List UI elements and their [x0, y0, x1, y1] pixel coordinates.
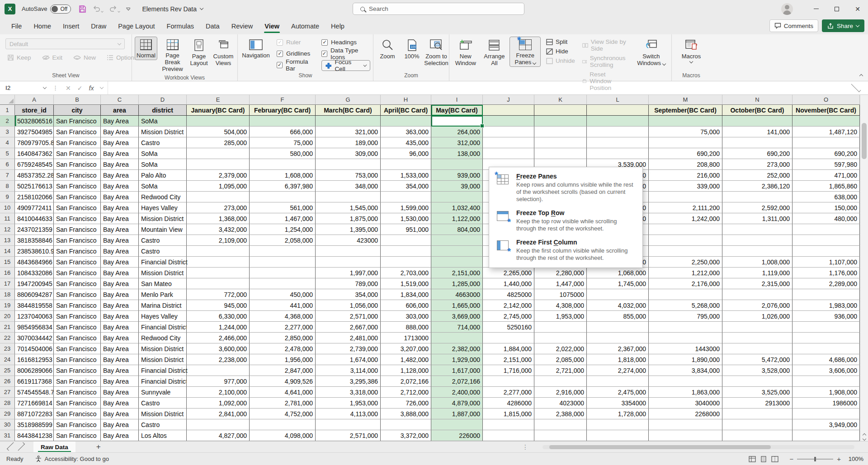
cell-N29[interactable] — [722, 409, 793, 419]
cell-N21[interactable] — [722, 322, 793, 333]
cell-M29[interactable]: 2268000 — [649, 409, 722, 419]
cell-I8[interactable]: 39,000 — [431, 181, 483, 192]
cell-B28[interactable]: San Francisco — [54, 398, 101, 409]
keep-button[interactable]: Keep — [5, 53, 33, 62]
column-header-C[interactable]: C — [101, 95, 139, 105]
column-header-N[interactable]: N — [722, 95, 793, 105]
cell-C30[interactable]: Bay Area — [101, 419, 139, 430]
cell-M11[interactable]: 1,242,000 — [649, 213, 722, 224]
row-header-25[interactable]: 25 — [0, 365, 15, 376]
cell-M9[interactable] — [649, 192, 722, 202]
row-header-13[interactable]: 13 — [0, 235, 15, 246]
row-header-10[interactable]: 10 — [0, 202, 15, 213]
cell-O18[interactable] — [793, 289, 860, 300]
cell-D6[interactable]: SoMa — [139, 159, 187, 170]
cell-K26[interactable] — [534, 376, 587, 387]
cell-I11[interactable]: 1,122,000 — [431, 213, 483, 224]
cell-E17[interactable] — [187, 278, 250, 289]
search-input[interactable]: Search — [353, 3, 524, 15]
cell-I31[interactable]: 226000 — [431, 430, 483, 441]
cell-K3[interactable] — [534, 127, 587, 137]
cell-F4[interactable]: 75,000 — [250, 137, 316, 148]
cell-I12[interactable]: 804,000 — [431, 224, 483, 235]
next-sheet-icon[interactable] — [16, 442, 25, 451]
cell-A12[interactable]: 2437021359 — [15, 224, 54, 235]
cell-F14[interactable] — [250, 246, 316, 257]
header-cell[interactable]: March(BC Card) — [316, 105, 381, 116]
cell-H3[interactable]: 363,000 — [381, 127, 431, 137]
cell-J3[interactable] — [483, 127, 534, 137]
column-header-O[interactable]: O — [793, 95, 860, 105]
cell-G29[interactable]: 4,113,000 — [316, 409, 381, 419]
cell-I28[interactable]: 4,879,000 — [431, 398, 483, 409]
accessibility-status[interactable]: Accessibility: Good to go — [35, 456, 109, 462]
horizontal-scrollbar[interactable] — [542, 445, 854, 449]
cell-N4[interactable] — [722, 137, 793, 148]
cell-D8[interactable]: SoMa — [139, 181, 187, 192]
cell-G11[interactable]: 1,875,000 — [316, 213, 381, 224]
cell-O14[interactable] — [793, 246, 860, 257]
cell-O9[interactable]: 638,000 — [793, 192, 860, 202]
cell-O5[interactable]: 690,200 — [793, 148, 860, 159]
cell-A7[interactable]: 48537352.28 — [15, 170, 54, 181]
normal-view-status-icon[interactable] — [749, 456, 756, 462]
cell-D31[interactable]: Los Altos — [139, 430, 187, 441]
cell-N10[interactable]: 2,592,000 — [722, 202, 793, 213]
cell-O15[interactable]: 1,107,000 — [793, 257, 860, 268]
cell-G4[interactable]: 189,000 — [316, 137, 381, 148]
cell-A3[interactable]: 3927504985 — [15, 127, 54, 137]
cell-K31[interactable] — [534, 430, 587, 441]
cell-K21[interactable] — [534, 322, 587, 333]
cell-H29[interactable]: 3,888,000 — [381, 409, 431, 419]
header-cell[interactable]: store_id — [15, 105, 54, 116]
cell-J30[interactable] — [483, 419, 534, 430]
cell-M24[interactable]: 1,890,000 — [649, 354, 722, 365]
row-header-28[interactable]: 28 — [0, 398, 15, 409]
cell-F12[interactable]: 1,254,000 — [250, 224, 316, 235]
row-header-3[interactable]: 3 — [0, 127, 15, 137]
zoom-button[interactable]: Zoom — [376, 37, 399, 61]
column-header-B[interactable]: B — [54, 95, 101, 105]
cell-J21[interactable]: 5250160 — [483, 322, 534, 333]
cell-E7[interactable]: 2,379,000 — [187, 170, 250, 181]
cell-B20[interactable]: San Francisco — [54, 311, 101, 322]
row-header-19[interactable]: 19 — [0, 300, 15, 311]
excel-logo-icon[interactable]: X — [5, 4, 15, 14]
cell-F24[interactable]: 1,956,000 — [250, 354, 316, 365]
cell-H27[interactable]: 2,712,000 — [381, 387, 431, 398]
cell-G30[interactable] — [316, 419, 381, 430]
cell-B18[interactable]: San Francisco — [54, 289, 101, 300]
normal-view-button[interactable]: Normal — [135, 37, 157, 60]
cell-N19[interactable]: 2,076,000 — [722, 300, 793, 311]
tab-draw[interactable]: Draw — [85, 18, 112, 34]
column-header-I[interactable]: I — [431, 95, 483, 105]
cell-B9[interactable]: San Francisco — [54, 192, 101, 202]
cell-N30[interactable] — [722, 419, 793, 430]
document-title[interactable]: Elements Rev Data — [142, 5, 203, 13]
cell-A19[interactable]: 3844819558 — [15, 300, 54, 311]
tab-formulas[interactable]: Formulas — [161, 18, 200, 34]
cell-E31[interactable]: 4,827,000 — [187, 430, 250, 441]
row-header-20[interactable]: 20 — [0, 311, 15, 322]
switch-windows-button[interactable]: Switch Windows — [634, 37, 669, 68]
cell-A31[interactable]: 8443841238 — [15, 430, 54, 441]
cell-O29[interactable] — [793, 409, 860, 419]
cell-M14[interactable] — [649, 246, 722, 257]
cell-C3[interactable]: Bay Area — [101, 127, 139, 137]
cell-D9[interactable]: Redwood City — [139, 192, 187, 202]
cell-O13[interactable] — [793, 235, 860, 246]
cell-A20[interactable]: 1237040063 — [15, 311, 54, 322]
row-header-24[interactable]: 24 — [0, 354, 15, 365]
cell-C28[interactable]: Bay Area — [101, 398, 139, 409]
row-header-31[interactable]: 31 — [0, 430, 15, 441]
cell-N28[interactable]: 2913000 — [722, 398, 793, 409]
cell-A6[interactable]: 6759248545 — [15, 159, 54, 170]
cell-G14[interactable] — [316, 246, 381, 257]
cell-B29[interactable]: San Francisco — [54, 409, 101, 419]
cell-I16[interactable]: 2,151,000 — [431, 268, 483, 278]
cell-B22[interactable]: San Francisco — [54, 333, 101, 343]
cell-M31[interactable] — [649, 430, 722, 441]
cell-L28[interactable]: 3354000 — [587, 398, 649, 409]
cell-G26[interactable]: 3,295,386 — [316, 376, 381, 387]
cell-I20[interactable]: 3,669,000 — [431, 311, 483, 322]
